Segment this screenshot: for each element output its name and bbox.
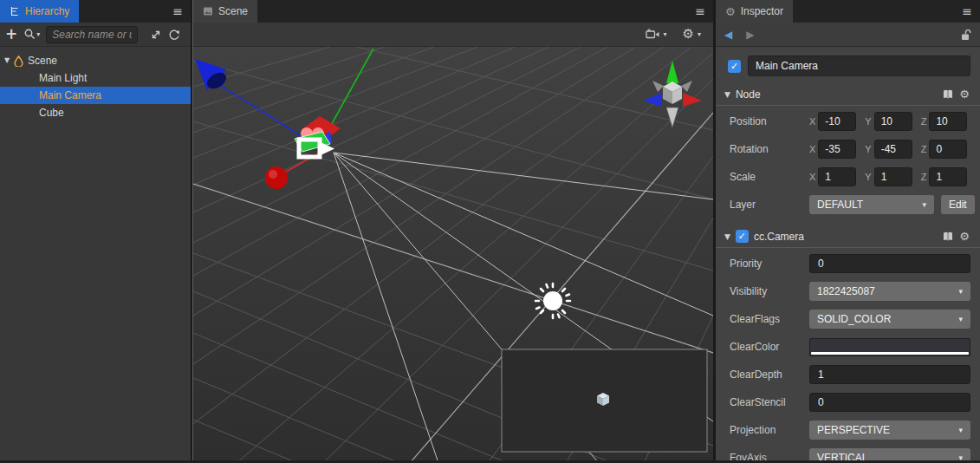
scene-viewport[interactable] — [193, 47, 713, 460]
node-settings-gear-icon[interactable]: ⚙ — [959, 88, 970, 101]
history-forward-button[interactable]: ▶ — [746, 29, 754, 40]
tab-hierarchy[interactable]: Hierarchy — [0, 0, 79, 23]
node-active-checkbox[interactable]: ✓ — [728, 60, 741, 73]
camera-settings-gear-icon[interactable]: ⚙ — [959, 230, 970, 243]
tree-node-label: Main Camera — [39, 89, 101, 101]
hierarchy-menu-icon[interactable]: ≡ — [172, 5, 183, 17]
light-gizmo-icon[interactable] — [535, 284, 570, 318]
app-root: Hierarchy ≡ + ▾ ▼ Scene — [0, 0, 980, 463]
scale-y-input[interactable] — [874, 167, 912, 186]
scene-gizmo-settings-button[interactable]: ⚙ ▾ — [683, 28, 701, 41]
node-name-input[interactable] — [748, 55, 970, 76]
node-section-header[interactable]: ▼ Node ⚙ — [716, 83, 980, 106]
axis-z-label: Z — [921, 172, 927, 182]
dropdown-caret-icon: ▾ — [958, 453, 963, 460]
layer-dropdown[interactable]: DEFAULT ▾ — [809, 195, 934, 214]
dropdown-caret-icon: ▾ — [958, 287, 963, 296]
property-label: Priority — [730, 258, 809, 270]
tree-node-label: Cube — [39, 107, 64, 119]
axis-z-label: Z — [921, 116, 927, 127]
search-input[interactable] — [46, 26, 138, 43]
scene-asset-icon — [14, 55, 23, 67]
hierarchy-panel: Hierarchy ≡ + ▾ ▼ Scene — [0, 0, 191, 460]
property-row-scale: Scale X Y Z — [716, 163, 980, 191]
position-y-input[interactable] — [874, 112, 912, 131]
property-row-layer: Layer DEFAULT ▾ Edit — [716, 191, 980, 218]
create-node-button[interactable]: + — [5, 27, 17, 42]
collapse-triangle-icon[interactable]: ▼ — [724, 90, 730, 99]
tree-node-main-light[interactable]: Main Light — [0, 69, 191, 87]
tree-node-main-camera[interactable]: Main Camera — [0, 87, 191, 104]
scale-x-input[interactable] — [818, 167, 856, 186]
position-x-input[interactable] — [818, 112, 856, 131]
property-label: ClearDepth — [730, 368, 809, 381]
clearcolor-swatch[interactable] — [809, 338, 970, 356]
property-label: FovAxis — [730, 452, 809, 460]
rotation-y-input[interactable] — [874, 140, 912, 159]
inspector-toolbar: ◀ ▶ — [716, 23, 980, 47]
tree-node-scene[interactable]: ▼ Scene — [0, 52, 191, 69]
axis-down-cone[interactable] — [666, 108, 678, 127]
camera-icon — [646, 29, 660, 40]
lock-button[interactable] — [960, 29, 971, 41]
hierarchy-icon — [10, 6, 20, 16]
tab-hierarchy-label: Hierarchy — [25, 5, 69, 17]
rotation-x-input[interactable] — [818, 140, 856, 159]
tree-node-label: Main Light — [39, 72, 87, 84]
property-row-clearstencil: ClearStencil — [716, 388, 980, 416]
inspector-menu-icon[interactable]: ≡ — [962, 5, 972, 17]
refresh-button[interactable] — [168, 29, 180, 41]
inspector-body: ✓ ▼ Node ⚙ Position X Y Z — [716, 47, 980, 460]
scene-tabbar: Scene ≡ — [193, 0, 713, 23]
scene-menu-icon[interactable]: ≡ — [695, 5, 705, 17]
property-row-visibility: Visibility 1822425087 ▾ — [716, 277, 980, 305]
axis-z-label: Z — [921, 144, 927, 154]
property-label: Visibility — [730, 285, 809, 297]
property-row-clearcolor: ClearColor — [716, 333, 980, 361]
search-filter-button[interactable]: ▾ — [23, 28, 40, 41]
clearflags-dropdown-value: SOLID_COLOR — [817, 313, 891, 325]
history-back-button[interactable]: ◀ — [724, 29, 732, 40]
layer-edit-button[interactable]: Edit — [941, 195, 975, 214]
collapse-triangle-icon[interactable]: ▼ — [724, 232, 730, 241]
axis-x-cone[interactable] — [683, 93, 702, 107]
dropdown-caret-icon: ▾ — [958, 426, 963, 434]
tab-inspector[interactable]: ⚙ Inspector — [716, 0, 793, 23]
rotation-z-input[interactable] — [929, 140, 967, 159]
property-label: Rotation — [730, 143, 809, 155]
cleardepth-input[interactable] — [809, 365, 970, 384]
axis-x-label: X — [809, 116, 815, 127]
scene-3d-view — [193, 47, 713, 460]
camera-enabled-checkbox[interactable]: ✓ — [736, 230, 749, 243]
projection-dropdown[interactable]: PERSPECTIVE ▾ — [809, 421, 970, 440]
hierarchy-toolbar: + ▾ — [0, 23, 191, 47]
fovaxis-dropdown-value: VERTICAL — [817, 452, 867, 460]
camera-preview-window — [502, 349, 707, 452]
clearstencil-input[interactable] — [809, 393, 970, 412]
property-label: Position — [730, 115, 809, 127]
clearflags-dropdown[interactable]: SOLID_COLOR ▾ — [809, 310, 970, 329]
axis-y-label: Y — [865, 172, 871, 182]
tree-node-cube[interactable]: Cube — [0, 104, 191, 121]
property-row-priority: Priority — [716, 250, 980, 277]
expander-icon[interactable]: ▼ — [0, 57, 14, 64]
axis-x-label: X — [809, 172, 815, 182]
view-axis-gizmo[interactable] — [643, 61, 702, 127]
fovaxis-dropdown[interactable]: VERTICAL ▾ — [809, 448, 970, 460]
docs-book-icon[interactable] — [942, 232, 954, 242]
gear-icon: ⚙ — [683, 28, 694, 41]
position-z-input[interactable] — [929, 112, 967, 131]
tab-scene[interactable]: Scene — [193, 0, 257, 23]
scale-z-input[interactable] — [929, 167, 967, 186]
camera-section-header[interactable]: ▼ ✓ cc.Camera ⚙ — [716, 225, 980, 248]
gizmo-x-arrowhead[interactable] — [265, 166, 288, 189]
expand-all-button[interactable] — [150, 29, 162, 41]
visibility-dropdown[interactable]: 1822425087 ▾ — [809, 282, 970, 301]
dropdown-caret-icon: ▾ — [922, 200, 926, 209]
property-row-clearflags: ClearFlags SOLID_COLOR ▾ — [716, 305, 980, 333]
scene-camera-menu-button[interactable]: ▾ — [646, 29, 667, 40]
priority-input[interactable] — [809, 254, 970, 273]
docs-book-icon[interactable] — [942, 89, 954, 100]
inspector-tabbar: ⚙ Inspector ≡ — [716, 0, 980, 23]
property-label: ClearFlags — [730, 313, 809, 325]
